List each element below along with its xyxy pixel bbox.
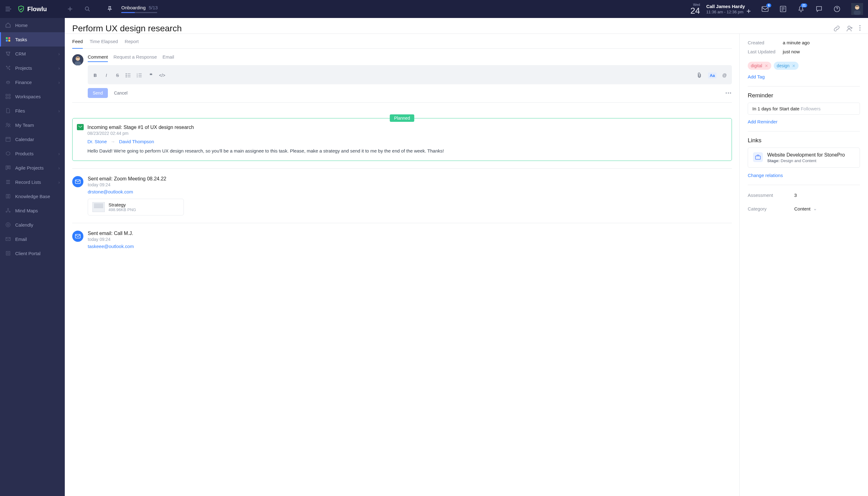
ctab-comment[interactable]: Comment — [88, 54, 108, 61]
comment-editor[interactable]: B I S 123 ❝ </> Aa — [88, 65, 732, 84]
ctab-response[interactable]: Request a Response — [113, 54, 157, 61]
onboarding-progress[interactable]: Onboarding 5/13 — [121, 5, 158, 13]
mention-icon[interactable]: @ — [722, 73, 728, 78]
add-event-icon[interactable] — [746, 9, 751, 13]
attachment-icon[interactable] — [697, 73, 703, 78]
attachment-card[interactable]: Strategy 498.96KB PNG — [88, 199, 184, 215]
svg-point-15 — [6, 81, 10, 82]
svg-rect-8 — [9, 37, 10, 39]
tab-time[interactable]: Time Elapsed — [90, 39, 118, 48]
add-reminder-link[interactable]: Add Reminder — [748, 119, 777, 124]
svg-rect-32 — [6, 251, 10, 255]
date-widget[interactable]: Wed 24 — [691, 3, 700, 15]
add-person-icon[interactable] — [846, 25, 853, 32]
inbox-icon[interactable]: 6 — [761, 5, 769, 13]
sidebar-item-files[interactable]: Files › — [0, 104, 65, 118]
tab-report[interactable]: Report — [125, 39, 139, 48]
sidebar-item-label: Tasks — [15, 37, 27, 42]
links-title: Links — [748, 137, 860, 144]
svg-point-20 — [6, 123, 8, 125]
tab-feed[interactable]: Feed — [72, 39, 83, 48]
reminder-box[interactable]: In 1 days for Start date Followers — [748, 103, 860, 115]
sidebar-item-products[interactable]: Products › — [0, 146, 65, 160]
text-style-icon[interactable]: Aa — [708, 73, 716, 78]
category-dropdown[interactable]: Content ⌄ — [794, 206, 817, 212]
svg-point-21 — [9, 124, 10, 126]
sidebar-item-agile[interactable]: Agile Projects › — [0, 160, 65, 175]
tag-text: digital — [751, 63, 762, 68]
page-title: Perform UX design research — [72, 24, 833, 33]
chat-icon[interactable] — [815, 5, 823, 13]
tag-digital[interactable]: digital ✕ — [748, 62, 771, 70]
logo[interactable]: Flowlu — [17, 5, 47, 13]
email-link[interactable]: taskeee@outlook.com — [88, 244, 732, 249]
person-to[interactable]: David Thompson — [119, 139, 154, 144]
sidebar-item-crm[interactable]: CRM › — [0, 46, 65, 61]
topbar: Flowlu Onboarding 5/13 Wed 24 Call James… — [0, 0, 868, 18]
search-icon[interactable] — [84, 5, 91, 12]
tag-remove-icon[interactable]: ✕ — [765, 64, 768, 68]
sidebar-item-portal[interactable]: Client Portal — [0, 246, 65, 260]
tag-design[interactable]: design ✕ — [774, 62, 799, 70]
change-relations-link[interactable]: Change relations — [748, 173, 783, 178]
category-value: Content — [794, 206, 811, 212]
sidebar-item-kb[interactable]: Knowledge Base — [0, 189, 65, 203]
ctab-email[interactable]: Email — [162, 54, 174, 61]
sidebar-item-finance[interactable]: Finance › — [0, 75, 65, 89]
help-icon[interactable] — [833, 5, 841, 13]
bold-icon[interactable]: B — [92, 73, 98, 78]
attachment-thumb — [92, 202, 105, 212]
sidebar-item-label: Client Portal — [15, 251, 41, 256]
assessment-label: Assessment — [748, 192, 794, 198]
svg-point-26 — [7, 208, 9, 210]
details-panel: Created a minute ago Last Updated just n… — [739, 34, 868, 496]
meta-created-label: Created — [748, 40, 783, 45]
item-title: Sent email: Zoom Meeting 08.24.22 — [88, 176, 732, 182]
planned-badge: Planned — [390, 114, 414, 122]
quote-icon[interactable]: ❝ — [148, 72, 154, 79]
number-list-icon[interactable]: 123 — [137, 73, 143, 78]
notes-icon[interactable] — [779, 5, 787, 13]
sidebar: Home Tasks CRM › Projects › Finance › — [0, 18, 65, 496]
feed-card-planned[interactable]: Planned Incoming email: Stage #1 of UX d… — [72, 118, 732, 161]
user-avatar[interactable] — [851, 3, 863, 15]
pin-icon[interactable] — [106, 5, 113, 12]
italic-icon[interactable]: I — [103, 73, 109, 78]
person-from[interactable]: Dr. Stone — [88, 139, 107, 144]
bullet-list-icon[interactable] — [126, 73, 132, 78]
sidebar-item-label: My Team — [15, 122, 34, 128]
link-icon[interactable] — [833, 25, 840, 32]
chevron-right-icon: › — [58, 80, 60, 85]
add-tag-link[interactable]: Add Tag — [748, 74, 765, 79]
sidebar-item-email[interactable]: Email — [0, 232, 65, 246]
compose-more-icon[interactable]: ••• — [725, 91, 732, 95]
svg-rect-48 — [75, 180, 80, 184]
records-icon — [5, 179, 11, 185]
svg-point-43 — [126, 77, 127, 78]
sidebar-item-tasks[interactable]: Tasks — [0, 32, 65, 46]
email-link[interactable]: drstone@outlook.com — [88, 189, 732, 195]
sidebar-item-home[interactable]: Home — [0, 18, 65, 32]
more-icon[interactable] — [859, 25, 861, 32]
meta-updated-value: just now — [783, 49, 800, 54]
sidebar-item-calendly[interactable]: Calendly — [0, 218, 65, 232]
chevron-right-icon: › — [58, 151, 60, 156]
sidebar-item-calendar[interactable]: Calendar — [0, 132, 65, 146]
sidebar-item-projects[interactable]: Projects › — [0, 61, 65, 75]
crm-icon — [5, 50, 11, 57]
strike-icon[interactable]: S — [114, 73, 121, 78]
svg-point-29 — [6, 222, 10, 227]
next-event[interactable]: Call James Hardy 11:36 am - 12:36 pm — [706, 4, 751, 14]
sidebar-item-myteam[interactable]: My Team — [0, 118, 65, 132]
send-button[interactable]: Send — [88, 88, 108, 98]
tag-remove-icon[interactable]: ✕ — [792, 64, 795, 68]
code-icon[interactable]: </> — [159, 73, 165, 78]
create-button[interactable] — [67, 5, 74, 12]
cancel-button[interactable]: Cancel — [114, 91, 128, 95]
sidebar-item-workspaces[interactable]: Workspaces — [0, 89, 65, 104]
hamburger-icon[interactable] — [5, 5, 12, 12]
sidebar-item-records[interactable]: Record Lists › — [0, 175, 65, 189]
bell-icon[interactable]: 21 — [797, 5, 805, 13]
sidebar-item-mindmaps[interactable]: Mind Maps — [0, 203, 65, 218]
related-link-card[interactable]: Website Development for StonePro Stage: … — [748, 148, 860, 168]
